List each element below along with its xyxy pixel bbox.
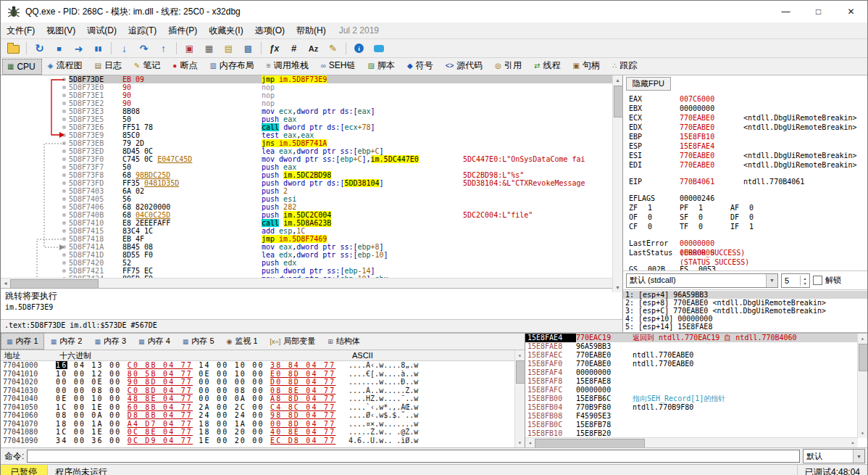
- hide-fpu-button[interactable]: 隐藏FPU: [626, 77, 671, 91]
- tab-call-stack[interactable]: ≡调用堆栈: [262, 57, 315, 75]
- tab-struct[interactable]: ⊞结构体: [322, 333, 366, 350]
- command-profile-select[interactable]: 默认▾: [803, 449, 865, 463]
- breakpoint-dot[interactable]: [62, 181, 66, 185]
- dump-row[interactable]: 770410400E 00 10 00 48 8E 04 77 00 00 0A…: [1, 395, 525, 403]
- disasm-row[interactable]: 5D8F73EB79 2Djns im.5D8F741A: [1, 139, 613, 147]
- register-row-esi[interactable]: ESI770EABE0<ntdll.DbgUiRemoteBreakin>: [629, 151, 867, 160]
- disasm-row[interactable]: 5D8F740556push esi: [1, 195, 613, 203]
- register-value[interactable]: 15E8FAE4: [680, 141, 743, 151]
- stack-row[interactable]: 15E8FAE896A59BB3: [525, 342, 867, 351]
- breakpoint-dot[interactable]: [62, 205, 66, 209]
- flag-value[interactable]: 0: [648, 212, 680, 222]
- disasm-row[interactable]: 5D8F73F0C745 0C E047C45Dmov dword ptr ss…: [1, 155, 613, 163]
- trace-record-icon[interactable]: ▣: [180, 40, 199, 57]
- tab-cpu[interactable]: ▦CPU: [2, 59, 42, 75]
- breakpoint-dot[interactable]: [62, 197, 66, 201]
- disasm-row[interactable]: 5D8F742052push edx: [1, 259, 613, 267]
- dump-row[interactable]: 7704106008 00 0A 00 D8 8B 04 77 24 00 24…: [1, 411, 525, 420]
- stack-row[interactable]: 15E8FAF400000000: [525, 368, 867, 377]
- flag-value[interactable]: 1: [749, 222, 781, 231]
- disasm-row[interactable]: 5D8F740B68 04C0C25Dpush im.5DC2C0045DC2C…: [1, 211, 613, 219]
- flag-value[interactable]: 002B: [648, 265, 680, 270]
- breakpoint-dot[interactable]: [62, 157, 66, 161]
- stack-row[interactable]: 15E8FB0C15E8FB78: [525, 421, 867, 429]
- register-row-edi[interactable]: EDI770EABE0<ntdll.DbgUiRemoteBreakin>: [629, 160, 867, 170]
- stop-icon[interactable]: ■: [50, 40, 68, 57]
- disasm-row[interactable]: 5D8F73ED8D45 0Clea eax,dword ptr ss:[ebp…: [1, 147, 613, 155]
- register-value[interactable]: 00000000: [680, 104, 743, 113]
- chat-icon[interactable]: [370, 40, 388, 57]
- register-value[interactable]: 00000246: [680, 194, 743, 203]
- dump-row[interactable]: 7704100016 04 13 00 C0 8B 04 77 14 00 10…: [1, 361, 525, 370]
- register-value[interactable]: 00000000 (ERROR_SUCCESS): [680, 239, 743, 248]
- disasm-row[interactable]: 5D8F73F868 98BDC25Dpush im.5DC2BD985DC2B…: [1, 171, 613, 179]
- maximize-button[interactable]: □: [802, 1, 835, 22]
- open-file-icon[interactable]: [4, 40, 22, 57]
- dump-row[interactable]: 7704102000 00 0E 00 90 8D 04 77 00 00 00…: [1, 378, 525, 387]
- disasm-row[interactable]: 5D8F740668 82020000push 282: [1, 203, 613, 211]
- execute-till-return-icon[interactable]: ↑: [154, 40, 172, 57]
- register-row-edx[interactable]: EDX770EABE0<ntdll.DbgUiRemoteBreakin>: [629, 123, 867, 132]
- register-value[interactable]: 770EABE0: [680, 113, 743, 123]
- disasm-vertical-scrollbar[interactable]: ▴ ▾: [612, 75, 622, 292]
- minimize-button[interactable]: —: [769, 1, 802, 22]
- stack-row[interactable]: 15E8FAEC770EABE0ntdll.770EABE0: [525, 351, 867, 360]
- breakpoint-dot[interactable]: [62, 189, 66, 193]
- pause-icon[interactable]: ▮▮: [89, 40, 107, 57]
- memory-map-icon[interactable]: ▦: [200, 40, 218, 57]
- tab-dump4[interactable]: ▦内存 4: [133, 333, 176, 350]
- restart-icon[interactable]: ↻: [30, 40, 49, 57]
- stack-argument-row[interactable]: 4: [esp+10] 00000000: [623, 315, 867, 323]
- dump-row[interactable]: 770410501C 00 1E 00 60 8B 04 77 2A 00 2C…: [1, 403, 525, 412]
- breakpoint-dot[interactable]: [62, 125, 66, 129]
- tab-locals[interactable]: [x=]局部变量: [264, 333, 322, 350]
- stack-argument-row[interactable]: 3: [esp+C] 770EABE0 <ntdll.DbgUiRemoteBr…: [623, 307, 867, 315]
- argument-count-stepper[interactable]: 5▴▾: [781, 273, 810, 288]
- tab-script[interactable]: ▨脚本: [363, 57, 401, 75]
- dump-row[interactable]: 7704109034 00 36 00 0C D9 04 77 1E 00 20…: [1, 437, 525, 445]
- tab-source[interactable]: <>源代码: [441, 57, 490, 75]
- menu-item-debug[interactable]: 调试(D): [81, 23, 122, 38]
- disasm-row[interactable]: 5D8F73E6FF51 78call dword ptr ds:[ecx+78…: [1, 123, 613, 131]
- tab-dump3[interactable]: ▦内存 3: [88, 333, 132, 350]
- breakpoint-dot[interactable]: [62, 229, 66, 233]
- disasm-row[interactable]: 5D8F73E190nop: [1, 91, 613, 99]
- disasm-row[interactable]: 5D8F741A8B45 08mov eax,dword ptr ss:[ebp…: [1, 243, 613, 251]
- register-value[interactable]: 15E8FB10: [680, 132, 743, 141]
- breakpoint-dot[interactable]: [62, 94, 66, 97]
- breakpoint-dot[interactable]: [62, 213, 66, 217]
- stack-row[interactable]: 15E8FB08F45905E3: [525, 412, 867, 421]
- disasm-row[interactable]: 5D8F741583C4 1Cadd esp,1C: [1, 227, 613, 235]
- stack-row[interactable]: 15E8FAE4770EAC19返回到 ntdll.770EAC19 自 ntd…: [525, 334, 867, 342]
- step-into-icon[interactable]: ↓: [115, 40, 133, 57]
- disasm-row[interactable]: 5D8F73FDFF35 0481D35Dpush dword ptr ds:[…: [1, 179, 613, 187]
- unlock-checkbox[interactable]: 解锁: [813, 275, 841, 286]
- menu-item-favourites[interactable]: 收藏夹(I): [203, 23, 249, 38]
- breakpoint-dot[interactable]: [62, 221, 66, 225]
- info-icon[interactable]: i: [350, 40, 368, 57]
- stack-row[interactable]: 15E8FAFC00000000: [525, 386, 867, 395]
- breakpoint-dot[interactable]: [62, 117, 66, 121]
- menu-item-options[interactable]: 选项(O): [249, 23, 291, 38]
- tab-log[interactable]: ▤日志: [90, 57, 128, 75]
- flag-value[interactable]: 0: [698, 222, 730, 231]
- tab-graph[interactable]: ◈流程图: [43, 57, 89, 75]
- disasm-row[interactable]: 5D8F73E090nop: [1, 83, 613, 91]
- flag-value[interactable]: 0: [698, 212, 730, 222]
- register-row-eflags[interactable]: EFLAGS00000246: [629, 194, 867, 203]
- register-row-lasterror[interactable]: LastError00000000 (ERROR_SUCCESS): [629, 239, 867, 248]
- breakpoint-dot[interactable]: [62, 237, 66, 241]
- strings-icon[interactable]: Az: [304, 40, 322, 57]
- dump-row[interactable]: 7704107018 00 1A 00 A4 D7 04 77 18 00 1A…: [1, 420, 525, 429]
- step-over-icon[interactable]: ↷: [135, 40, 153, 57]
- calculator-fx-icon[interactable]: ƒx: [265, 40, 283, 57]
- breakpoint-dot[interactable]: [62, 78, 66, 81]
- tab-dump5[interactable]: ▦内存 5: [177, 333, 220, 350]
- disasm-horizontal-scrollbar[interactable]: ◂ ▸: [1, 278, 622, 288]
- menu-item-view[interactable]: 视图(V): [41, 23, 81, 38]
- breakpoint-dot[interactable]: [62, 245, 66, 249]
- register-value[interactable]: 770B4061: [680, 177, 743, 186]
- calling-convention-select[interactable]: 默认 (stdcall)▾: [626, 273, 778, 288]
- disasm-row[interactable]: 5D8F7410E8 2EEEFAFFcall im.5D8A623B: [1, 219, 613, 227]
- menu-item-plugins[interactable]: 插件(P): [162, 23, 203, 38]
